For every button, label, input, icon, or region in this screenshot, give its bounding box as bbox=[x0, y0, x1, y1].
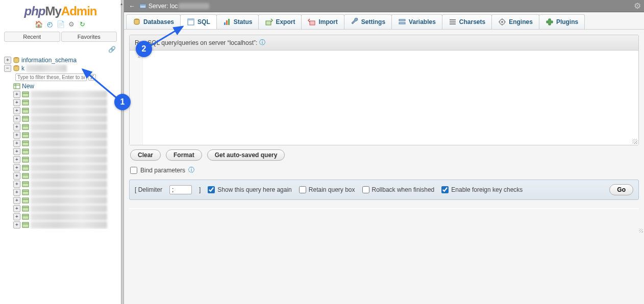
tab-variables[interactable]: Variables bbox=[391, 14, 442, 29]
get-autosaved-button[interactable]: Get auto-saved query bbox=[207, 149, 285, 161]
table-row[interactable]: + bbox=[13, 131, 119, 139]
table-row[interactable]: + bbox=[13, 107, 119, 115]
table-row[interactable]: + bbox=[13, 172, 119, 180]
back-button[interactable]: ← bbox=[127, 3, 137, 10]
svg-rect-7 bbox=[22, 100, 29, 105]
rollback-option[interactable]: Rollback when finished bbox=[362, 186, 435, 193]
tab-export[interactable]: Export bbox=[258, 14, 302, 29]
table-row[interactable]: + bbox=[13, 213, 119, 221]
svg-rect-5 bbox=[22, 92, 29, 97]
tab-label: Plugins bbox=[556, 18, 578, 26]
sql-editor[interactable]: 1 bbox=[130, 50, 638, 145]
breadcrumb-bar: ← Server: loc ⚙ bbox=[124, 0, 644, 12]
delimiter-label-close: ] bbox=[199, 186, 201, 193]
svg-rect-33 bbox=[22, 206, 29, 211]
table-row[interactable]: + bbox=[13, 115, 119, 123]
svg-rect-47 bbox=[266, 21, 271, 25]
filter-input[interactable] bbox=[15, 73, 87, 81]
sql-panel-header: Run SQL query/queries on server “localho… bbox=[130, 35, 638, 50]
table-row[interactable]: + bbox=[13, 123, 119, 131]
tab-charsets[interactable]: Charsets bbox=[442, 14, 492, 29]
svg-point-55 bbox=[501, 21, 503, 23]
server-icon bbox=[139, 3, 146, 10]
gear-icon[interactable]: ⚙ bbox=[634, 1, 641, 11]
collapse-icon[interactable]: − bbox=[4, 65, 11, 72]
settings-icon[interactable]: ⚙ bbox=[67, 20, 76, 29]
resize-handle[interactable] bbox=[632, 139, 637, 144]
recent-tab[interactable]: Recent bbox=[4, 32, 60, 42]
svg-rect-19 bbox=[22, 149, 29, 154]
table-icon bbox=[22, 189, 29, 196]
fk-option[interactable]: Enable foreign key checks bbox=[441, 186, 523, 193]
go-button[interactable]: Go bbox=[609, 184, 633, 195]
logo-my: My bbox=[45, 4, 61, 18]
table-icon bbox=[22, 91, 29, 98]
delimiter-input[interactable] bbox=[169, 185, 192, 194]
svg-rect-23 bbox=[22, 165, 29, 170]
show-again-option[interactable]: Show this query here again bbox=[208, 186, 291, 193]
svg-rect-21 bbox=[22, 157, 29, 162]
svg-rect-9 bbox=[22, 108, 29, 113]
bind-params-label: Bind parameters bbox=[140, 167, 185, 174]
table-icon bbox=[22, 99, 29, 106]
nav-tabs: Databases SQL Status Export Import Setti… bbox=[124, 12, 644, 30]
svg-rect-13 bbox=[22, 124, 29, 130]
tab-label: SQL bbox=[197, 18, 210, 26]
tab-label: Status bbox=[234, 18, 253, 26]
new-table-icon bbox=[13, 83, 20, 90]
format-button[interactable]: Format bbox=[166, 149, 202, 161]
help-icon[interactable]: ⓘ bbox=[259, 38, 265, 47]
table-icon bbox=[22, 107, 29, 114]
retain-option[interactable]: Retain query box bbox=[299, 186, 355, 193]
docs-icon[interactable]: 📄 bbox=[57, 20, 65, 29]
table-icon bbox=[22, 172, 29, 180]
sql-panel: Run SQL query/queries on server “localho… bbox=[129, 35, 639, 145]
svg-rect-17 bbox=[22, 141, 29, 146]
table-icon bbox=[22, 148, 29, 155]
server-label[interactable]: Server: loc bbox=[148, 3, 178, 10]
table-icon bbox=[22, 115, 29, 122]
plugins-icon bbox=[546, 18, 554, 26]
delimiter-label: [ Delimiter bbox=[135, 186, 162, 193]
home-icon[interactable]: 🏠 bbox=[35, 20, 43, 29]
retain-checkbox[interactable] bbox=[299, 186, 306, 193]
resize-handle[interactable] bbox=[639, 229, 643, 233]
svg-rect-48 bbox=[310, 21, 315, 25]
tab-settings[interactable]: Settings bbox=[344, 14, 392, 29]
svg-rect-35 bbox=[22, 214, 29, 219]
table-row[interactable]: + bbox=[13, 164, 119, 172]
rollback-checkbox[interactable] bbox=[362, 186, 369, 193]
logo[interactable]: phpMyAdmin bbox=[0, 0, 121, 19]
svg-rect-40 bbox=[140, 4, 146, 6]
expand-icon[interactable]: + bbox=[4, 57, 11, 64]
tab-plugins[interactable]: Plugins bbox=[539, 14, 585, 29]
tab-label: Engines bbox=[509, 18, 533, 26]
logout-icon[interactable]: ◴ bbox=[45, 20, 54, 29]
table-row[interactable]: + bbox=[13, 205, 119, 213]
show-again-checkbox[interactable] bbox=[208, 186, 215, 193]
tab-label: Charsets bbox=[459, 18, 485, 26]
table-row[interactable]: + bbox=[13, 180, 119, 188]
logo-php: php bbox=[24, 4, 45, 18]
fk-checkbox[interactable] bbox=[441, 186, 449, 193]
sql-textarea[interactable] bbox=[143, 50, 638, 145]
help-icon[interactable]: ⓘ bbox=[188, 166, 194, 174]
tab-status[interactable]: Status bbox=[216, 14, 259, 29]
table-row[interactable]: + bbox=[13, 156, 119, 164]
svg-rect-31 bbox=[22, 198, 29, 203]
bind-params-checkbox[interactable] bbox=[130, 167, 137, 174]
table-row[interactable]: + bbox=[13, 139, 119, 147]
blurred-text bbox=[179, 3, 209, 9]
table-row[interactable]: + bbox=[13, 147, 119, 156]
tree-label[interactable]: k bbox=[21, 65, 24, 72]
clear-button[interactable]: Clear bbox=[130, 149, 161, 161]
tab-import[interactable]: Import bbox=[301, 14, 344, 29]
svg-rect-49 bbox=[399, 19, 405, 21]
table-row[interactable]: + bbox=[13, 221, 119, 229]
table-row[interactable]: + bbox=[13, 188, 119, 196]
tab-engines[interactable]: Engines bbox=[491, 14, 539, 29]
table-row[interactable]: + bbox=[13, 196, 119, 205]
tree-label[interactable]: information_schema bbox=[21, 57, 77, 64]
annotation-arrow bbox=[81, 20, 198, 105]
tree-label[interactable]: New bbox=[22, 83, 34, 90]
